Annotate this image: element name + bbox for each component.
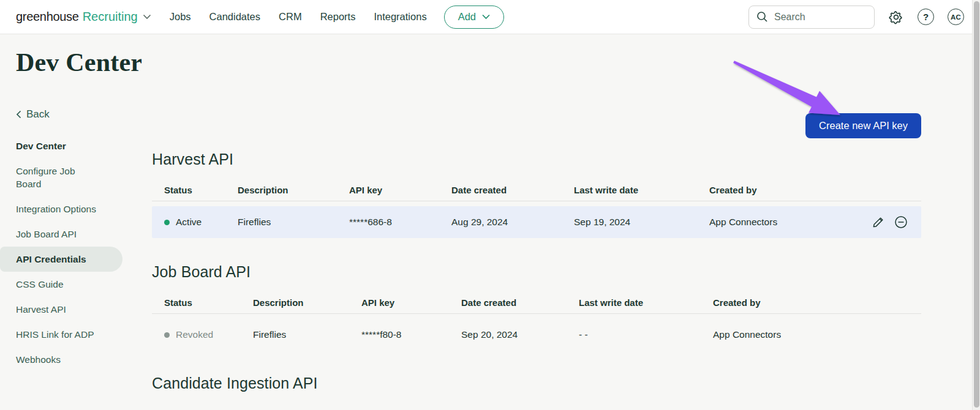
add-chevron-down-icon <box>482 14 490 20</box>
sidebar-item-hris-link-for-adp[interactable]: HRIS Link for ADP <box>0 322 123 347</box>
column-header-date-created: Date created <box>439 185 562 195</box>
last-write-date-cell: - - <box>567 329 701 340</box>
back-link[interactable]: Back <box>16 108 50 121</box>
status-cell: Active <box>152 217 225 228</box>
status-dot-revoked <box>164 332 170 338</box>
column-header-last-write-date: Last write date <box>562 185 697 195</box>
sidebar-item-job-board-api[interactable]: Job Board API <box>0 222 123 247</box>
created-by-cell: App Connectors <box>697 217 853 228</box>
scrollbar-thumb[interactable] <box>974 1 979 408</box>
annotation-arrow-icon <box>728 57 850 121</box>
table-header: StatusDescriptionAPI keyDate createdLast… <box>152 179 921 201</box>
section-harvest-api: Harvest APIStatusDescriptionAPI keyDate … <box>152 151 921 238</box>
main-nav: JobsCandidatesCRMReportsIntegrations <box>170 11 427 23</box>
section-title: Candidate Ingestion API <box>152 375 921 392</box>
logo-product: Recruiting <box>83 10 138 24</box>
description-cell: Fireflies <box>225 217 337 228</box>
status-cell: Revoked <box>152 329 241 340</box>
sidebar: Dev CenterConfigure Job BoardIntegration… <box>0 133 123 372</box>
status-dot-active <box>164 220 170 225</box>
topbar-right: ? AC <box>748 6 964 29</box>
column-header-api-key: API key <box>337 185 439 195</box>
section-title: Harvest API <box>152 151 921 168</box>
edit-pencil-icon[interactable] <box>872 216 884 228</box>
sidebar-item-harvest-api[interactable]: Harvest API <box>0 297 123 322</box>
help-icon[interactable]: ? <box>918 9 934 25</box>
date-created-cell: Aug 29, 2024 <box>439 217 562 228</box>
date-created-cell: Sep 20, 2024 <box>449 329 567 340</box>
column-header-description: Description <box>225 185 337 195</box>
column-header-description: Description <box>241 297 349 308</box>
column-header-api-key: API key <box>349 297 449 308</box>
section-candidate-ingestion-api: Candidate Ingestion API <box>152 375 921 403</box>
create-api-key-button[interactable]: Create new API key <box>805 113 921 138</box>
logo-chevron-down-icon <box>143 14 151 20</box>
settings-gear-icon[interactable] <box>888 9 904 25</box>
nav-item-candidates[interactable]: Candidates <box>209 11 260 23</box>
table-row: ActiveFireflies*****686-8Aug 29, 2024Sep… <box>152 206 921 238</box>
sidebar-item-webhooks[interactable]: Webhooks <box>0 347 123 372</box>
column-header-created-by: Created by <box>701 297 853 308</box>
api-key-cell: *****686-8 <box>337 217 439 228</box>
sidebar-item-css-guide[interactable]: CSS Guide <box>0 272 123 297</box>
search-icon <box>756 11 768 23</box>
column-header-status: Status <box>152 297 241 308</box>
back-chevron-icon <box>16 110 21 119</box>
last-write-date-cell: Sep 19, 2024 <box>562 217 697 228</box>
column-header-date-created: Date created <box>449 297 567 308</box>
status-label: Revoked <box>176 329 213 340</box>
column-header-created-by: Created by <box>697 185 853 195</box>
section-job-board-api: Job Board APIStatusDescriptionAPI keyDat… <box>152 263 921 351</box>
search-box[interactable] <box>748 6 875 29</box>
topbar: greenhouse Recruiting JobsCandidatesCRMR… <box>0 0 980 34</box>
nav-item-crm[interactable]: CRM <box>279 11 302 23</box>
revoke-minus-icon[interactable] <box>894 215 908 229</box>
api-key-cell: *****f80-8 <box>349 329 449 340</box>
status-label: Active <box>176 217 202 228</box>
sidebar-item-configure-job-board[interactable]: Configure Job Board <box>0 158 105 196</box>
created-by-cell: App Connectors <box>701 329 853 340</box>
nav-item-integrations[interactable]: Integrations <box>374 11 426 23</box>
row-actions <box>853 215 921 229</box>
nav-item-jobs[interactable]: Jobs <box>170 11 191 23</box>
back-label: Back <box>26 108 50 121</box>
column-header-last-write-date: Last write date <box>567 297 701 308</box>
section-title: Job Board API <box>152 263 921 281</box>
logo[interactable]: greenhouse Recruiting <box>16 10 151 24</box>
description-cell: Fireflies <box>241 329 349 340</box>
avatar[interactable]: AC <box>948 9 964 25</box>
add-button-label: Add <box>458 11 476 23</box>
sidebar-item-integration-options[interactable]: Integration Options <box>0 196 123 222</box>
page-title: Dev Center <box>16 48 142 77</box>
scrollbar[interactable] <box>972 0 980 410</box>
nav-item-reports[interactable]: Reports <box>320 11 356 23</box>
table-row: RevokedFireflies*****f80-8Sep 20, 2024- … <box>152 319 921 351</box>
app-window: greenhouse Recruiting JobsCandidatesCRMR… <box>0 0 980 410</box>
search-input[interactable] <box>774 12 860 23</box>
logo-brand: greenhouse <box>16 10 79 24</box>
sidebar-item-api-credentials[interactable]: API Credentials <box>0 247 123 272</box>
table-header: StatusDescriptionAPI keyDate createdLast… <box>152 292 921 314</box>
sidebar-item-dev-center: Dev Center <box>0 133 123 158</box>
column-header-status: Status <box>152 185 225 195</box>
add-button[interactable]: Add <box>444 6 504 29</box>
